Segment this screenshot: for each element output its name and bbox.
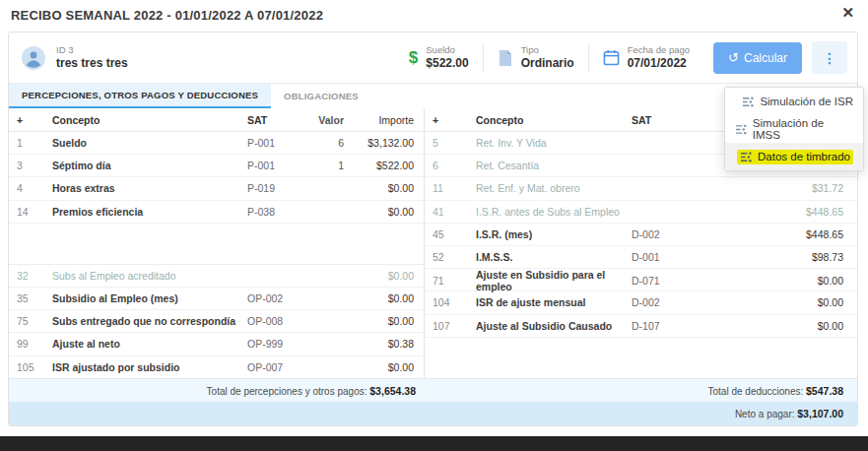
- row-concepto: ISR de ajuste mensual: [476, 296, 632, 308]
- add-row-button[interactable]: +: [433, 114, 476, 126]
- row-num: 99: [17, 338, 52, 350]
- options-dropdown-menu: Simulación de ISR Simulación de IMSS Dat…: [724, 87, 864, 171]
- row-importe: $0.38: [344, 338, 414, 350]
- row-importe: $98.73: [701, 251, 843, 263]
- row-sat: D-002: [632, 228, 701, 240]
- money-icon: $: [409, 48, 418, 68]
- row-concepto: Sueldo: [52, 137, 247, 149]
- table-row[interactable]: 32 Subs al Empleo acreditado $0.00: [9, 265, 424, 288]
- table-row[interactable]: 1 Sueldo P-001 6 $3,132.00: [9, 132, 424, 155]
- row-concepto: Ret. Enf. y Mat. obrero: [476, 182, 632, 194]
- menu-item-simulacion-imss[interactable]: Simulación de IMSS: [725, 115, 863, 143]
- row-concepto: Ret. Cesantía: [476, 160, 632, 171]
- row-num: 107: [433, 320, 476, 332]
- menu-item-label: Datos de timbrado: [758, 151, 850, 162]
- row-num: 11: [433, 182, 476, 194]
- salary-summary: $ Sueldo $522.00: [395, 44, 483, 71]
- table-row[interactable]: 99 Ajuste al neto OP-999 $0.38: [9, 333, 424, 355]
- row-num: 4: [17, 182, 52, 194]
- table-row[interactable]: 14 Premios eficiencia P-038 $0.00: [9, 201, 424, 224]
- table-row[interactable]: 45 I.S.R. (mes) D-002 $448.65: [425, 224, 857, 246]
- row-num: 3: [17, 160, 52, 171]
- row-importe: $0.00: [701, 320, 843, 332]
- row-sat: OP-999: [247, 338, 310, 350]
- simulation-icon: [735, 123, 748, 136]
- row-concepto: I.S.R. antes de Subs al Empleo: [476, 206, 632, 218]
- table-row[interactable]: 4 Horas extras P-019 $0.00: [9, 177, 424, 200]
- col-header-sat: SAT: [247, 114, 310, 126]
- close-icon[interactable]: ✕: [841, 4, 854, 22]
- total-perceptions-value: $3,654.38: [369, 385, 416, 397]
- menu-item-simulacion-isr[interactable]: Simulación de ISR: [725, 88, 863, 115]
- calculate-button[interactable]: ↺ Calcular: [713, 42, 802, 74]
- table-row[interactable]: 35 Subsidio al Empleo (mes) OP-002 $0.00: [9, 288, 424, 310]
- empty-rows-gap: [9, 224, 424, 265]
- table-row[interactable]: 105 ISR ajustado por subsidio OP-007 $0.…: [9, 356, 424, 379]
- row-concepto: Subs al Empleo acreditado: [52, 270, 247, 282]
- table-row[interactable]: 3 Séptimo día P-001 1 $522.00: [9, 155, 424, 177]
- employee-header: ID 3 tres tres tres $ Sueldo $522.00 Tip…: [9, 32, 857, 84]
- col-header-concepto: Concepto: [476, 114, 632, 126]
- table-row[interactable]: 107 Ajuste al Subsidio Causado D-107 $0.…: [425, 315, 857, 338]
- perceptions-table: + Concepto SAT Valor Importe 1 Sueldo P-…: [9, 108, 424, 378]
- row-num: 1: [17, 137, 52, 149]
- row-sat: OP-007: [247, 361, 310, 373]
- row-concepto: I.M.S.S.: [476, 251, 632, 263]
- row-sat: P-001: [247, 160, 310, 171]
- table-row[interactable]: 71 Ajuste en Subsidio para el empleo D-0…: [425, 269, 857, 291]
- col-header-sat: SAT: [632, 114, 701, 126]
- row-concepto: Ret. Inv. Y Vida: [476, 137, 632, 149]
- employee-id: ID 3: [56, 44, 128, 56]
- total-perceptions-label: Total de percepciones y otros pagos:: [207, 386, 367, 397]
- total-deductions-value: $547.38: [806, 385, 843, 397]
- row-sat: P-019: [247, 182, 310, 194]
- row-importe: $0.00: [344, 206, 414, 218]
- row-sat: D-107: [632, 320, 701, 332]
- highlighted-label-wrap: Datos de timbrado: [737, 150, 853, 164]
- row-num: 14: [17, 206, 52, 218]
- row-concepto: Ajuste en Subsidio para el empleo: [476, 269, 632, 292]
- row-num: 6: [433, 160, 476, 171]
- row-num: 5: [433, 137, 476, 149]
- row-num: 71: [433, 275, 476, 287]
- simulation-icon: [742, 96, 755, 108]
- salary-value: $522.00: [426, 56, 468, 71]
- row-importe: $0.00: [344, 292, 414, 304]
- row-importe: $0.00: [344, 270, 414, 282]
- row-importe: $0.00: [344, 315, 414, 327]
- net-pay-value: $3,107.00: [797, 408, 843, 419]
- row-importe: $522.00: [344, 160, 414, 171]
- row-num: 35: [17, 292, 52, 304]
- col-header-importe: Importe: [344, 114, 414, 126]
- row-num: 104: [433, 296, 476, 308]
- row-importe: $3,132.00: [344, 137, 414, 149]
- table-row[interactable]: 75 Subs entregado que no correspondía OP…: [9, 310, 424, 333]
- refresh-icon: ↺: [728, 53, 739, 63]
- salary-label: Sueldo: [426, 44, 468, 56]
- row-sat: D-002: [632, 296, 701, 308]
- pay-date-field[interactable]: Fecha de pago 07/01/2022: [589, 44, 703, 71]
- tab-obligaciones[interactable]: OBLIGACIONES: [271, 84, 371, 108]
- net-pay-label: Neto a pagar:: [735, 409, 795, 419]
- menu-item-datos-de-timbrado[interactable]: Datos de timbrado: [725, 143, 863, 170]
- row-importe: $0.00: [701, 296, 843, 308]
- row-valor: 6: [310, 137, 344, 149]
- pay-date-value: 07/01/2022: [628, 56, 690, 71]
- row-sat: OP-002: [247, 292, 310, 304]
- row-num: 75: [17, 315, 52, 327]
- table-row[interactable]: 41 I.S.R. antes de Subs al Empleo $448.6…: [425, 201, 857, 224]
- calendar-icon: [603, 49, 620, 66]
- row-num: 32: [17, 270, 52, 282]
- row-importe: $448.65: [701, 228, 843, 240]
- net-pay-bar: Neto a pagar: $3,107.00: [9, 402, 857, 425]
- row-num: 41: [433, 206, 476, 218]
- table-row[interactable]: 104 ISR de ajuste mensual D-002 $0.00: [425, 291, 857, 314]
- more-options-button[interactable]: ⋮: [812, 41, 847, 74]
- tab-percepciones[interactable]: PERCEPCIONES, OTROS PAGOS Y DEDUCCIONES: [9, 84, 271, 108]
- table-row[interactable]: 52 I.M.S.S. D-001 $98.73: [425, 246, 857, 269]
- row-num: 52: [433, 251, 476, 263]
- row-concepto: ISR ajustado por subsidio: [52, 361, 247, 373]
- add-row-button[interactable]: +: [17, 114, 52, 126]
- table-row[interactable]: 11 Ret. Enf. y Mat. obrero $31.72: [425, 177, 857, 200]
- row-sat: OP-008: [247, 315, 310, 327]
